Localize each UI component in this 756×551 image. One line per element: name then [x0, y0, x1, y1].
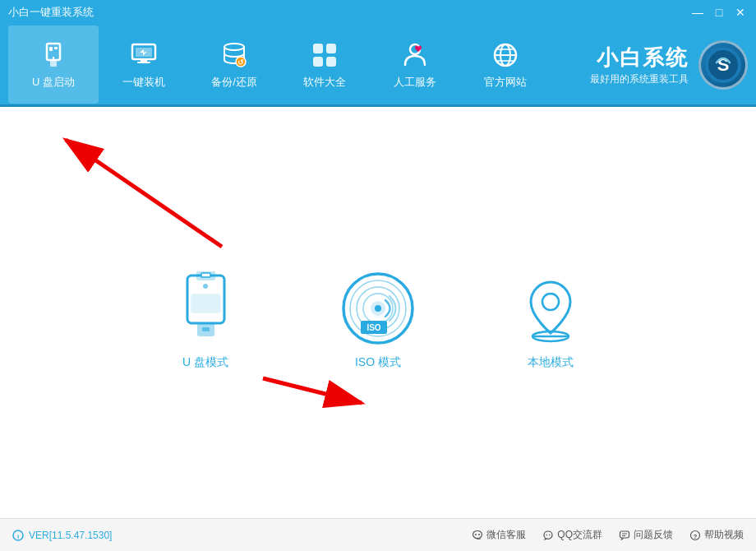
local-mode-icon — [514, 271, 588, 345]
svg-line-26 — [66, 140, 222, 247]
mode-item-local[interactable]: 本地模式 — [514, 271, 588, 370]
main-content: U 盘模式 — [0, 107, 756, 518]
svg-rect-53 — [620, 531, 629, 538]
svg-rect-13 — [326, 44, 336, 53]
footer-qq-group[interactable]: QQ交流群 — [542, 528, 602, 542]
version-text: VER[11.5.47.1530] — [29, 530, 112, 541]
nav-item-official-site[interactable]: 官方网站 — [460, 25, 551, 104]
nav-label-backup: 备份/还原 — [211, 75, 257, 90]
svg-rect-3 — [50, 60, 57, 67]
brand-name: 小白系统 — [590, 44, 689, 72]
svg-text:ISO: ISO — [366, 323, 380, 332]
footer: i VER[11.5.47.1530] 微信客服 QQ交流群 — [0, 518, 756, 551]
svg-line-27 — [263, 378, 362, 403]
footer-version-area: i VER[11.5.47.1530] — [12, 530, 112, 541]
svg-rect-4 — [53, 57, 54, 61]
svg-rect-32 — [191, 294, 220, 313]
help-video-label: 帮助视频 — [704, 528, 744, 542]
comment-icon — [619, 530, 630, 541]
nav-item-manual-service[interactable]: 人工服务 — [370, 25, 460, 104]
nav-label-official-site: 官方网站 — [484, 75, 527, 90]
help-icon: ? — [689, 530, 701, 541]
svg-point-48 — [473, 530, 482, 538]
wechat-service-label: 微信客服 — [486, 528, 526, 542]
svg-point-40 — [375, 305, 381, 312]
local-mode-label: 本地模式 — [528, 355, 574, 370]
nav-label-software: 软件大全 — [303, 75, 346, 90]
close-button[interactable]: ✕ — [733, 6, 748, 19]
u-disk-mode-label: U 盘模式 — [182, 355, 228, 370]
app-title: 小白一键重装系统 — [8, 5, 94, 20]
minimize-button[interactable]: — — [690, 6, 705, 19]
svg-point-31 — [203, 284, 208, 289]
svg-rect-12 — [313, 44, 323, 53]
nav-item-u-disk-boot[interactable]: U 盘启动 — [8, 25, 99, 104]
person-heart-icon — [400, 40, 430, 70]
apps-icon — [310, 40, 339, 70]
nav-item-software[interactable]: 软件大全 — [279, 25, 370, 104]
monitor-icon — [129, 40, 159, 70]
wechat-icon — [472, 530, 483, 541]
svg-rect-7 — [141, 59, 147, 62]
usb-icon — [39, 40, 68, 70]
nav-label-manual-service: 人工服务 — [394, 75, 436, 90]
nav-items: U 盘启动 一键装机 — [8, 25, 590, 104]
svg-rect-15 — [326, 57, 336, 67]
mode-item-u-disk[interactable]: U 盘模式 — [168, 271, 242, 370]
svg-rect-34 — [202, 327, 210, 331]
qq-icon — [542, 530, 554, 541]
modes-container: U 盘模式 — [168, 271, 588, 370]
maximize-button[interactable]: □ — [712, 6, 726, 19]
footer-help-video[interactable]: ? 帮助视频 — [689, 528, 744, 542]
globe-icon — [491, 40, 520, 70]
svg-point-50 — [478, 534, 480, 535]
nav-item-one-click[interactable]: 一键装机 — [99, 25, 189, 104]
brand-logo: S — [698, 40, 748, 90]
svg-point-9 — [224, 44, 244, 50]
svg-text:?: ? — [694, 532, 698, 539]
iso-mode-icon: ISO — [341, 271, 415, 345]
feedback-label: 问题反馈 — [634, 528, 673, 542]
u-disk-mode-icon — [168, 271, 242, 345]
svg-rect-8 — [137, 62, 150, 63]
nav-item-backup[interactable]: ↺ 备份/还原 — [189, 25, 279, 104]
svg-point-49 — [475, 534, 477, 535]
database-icon: ↺ — [219, 40, 249, 70]
svg-point-51 — [546, 534, 548, 535]
mode-item-iso[interactable]: ISO ISO 模式 — [341, 271, 415, 370]
qq-group-label: QQ交流群 — [557, 528, 602, 542]
brand-slogan: 最好用的系统重装工具 — [590, 72, 689, 86]
nav-label-one-click: 一键装机 — [122, 75, 165, 90]
title-bar: 小白一键重装系统 — □ ✕ — [0, 0, 756, 25]
svg-rect-14 — [313, 57, 323, 67]
info-icon: i — [12, 530, 24, 541]
brand-text: 小白系统 最好用的系统重装工具 — [590, 44, 689, 86]
nav-bar: U 盘启动 一键装机 — [0, 25, 756, 107]
footer-wechat-service[interactable]: 微信客服 — [472, 528, 526, 542]
iso-mode-label: ISO 模式 — [355, 355, 401, 370]
footer-feedback[interactable]: 问题反馈 — [619, 528, 673, 542]
svg-text:↺: ↺ — [237, 58, 244, 67]
svg-rect-30 — [201, 273, 210, 277]
svg-point-43 — [542, 294, 559, 310]
footer-links: 微信客服 QQ交流群 问题反馈 ? 帮助视频 — [472, 528, 744, 542]
brand-area: 小白系统 最好用的系统重装工具 S — [590, 40, 748, 90]
svg-point-52 — [549, 534, 551, 535]
svg-rect-2 — [54, 47, 58, 49]
svg-text:i: i — [17, 533, 19, 540]
svg-rect-1 — [49, 47, 53, 51]
window-controls: — □ ✕ — [690, 6, 748, 19]
nav-label-u-disk-boot: U 盘启动 — [32, 75, 75, 90]
